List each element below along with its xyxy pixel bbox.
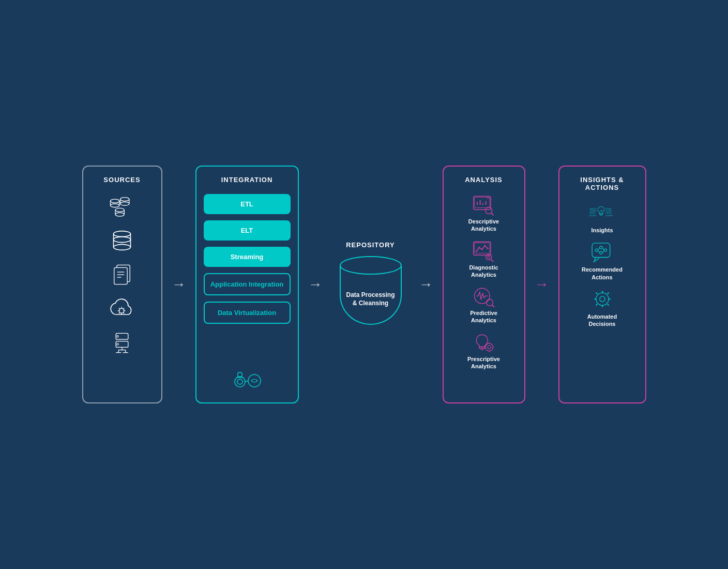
integration-panel: INTEGRATION ETL ELT Streaming Applicatio…	[195, 166, 299, 403]
svg-point-70	[485, 343, 493, 351]
svg-point-52	[485, 207, 492, 214]
repository-cylinder: Data Processing & Cleansing	[340, 256, 402, 328]
svg-line-103	[607, 304, 608, 305]
descriptive-analytics-label: DescriptiveAnalytics	[468, 218, 499, 233]
svg-line-30	[123, 308, 124, 309]
arrow-integration-repository: →	[308, 277, 323, 292]
integration-items: ETL ELT Streaming Application Integratio…	[204, 194, 291, 324]
svg-text:11101: 11101	[605, 210, 611, 212]
diagnostic-analytics-item: DiagnosticAnalytics	[451, 240, 517, 279]
arrow-analysis-insights: →	[535, 277, 549, 292]
svg-point-15	[114, 237, 131, 243]
svg-point-3	[110, 204, 119, 207]
svg-line-104	[596, 304, 597, 305]
svg-rect-18	[114, 267, 127, 284]
svg-point-12	[114, 231, 131, 237]
elt-button[interactable]: ELT	[204, 220, 291, 241]
svg-text:101011: 101011	[589, 208, 597, 210]
sources-icons	[90, 192, 154, 356]
svg-rect-32	[116, 341, 128, 348]
streaming-button[interactable]: Streaming	[204, 247, 291, 267]
integration-title: INTEGRATION	[221, 176, 273, 184]
insights-panel: INSIGHTS & ACTIONS 101011 110101 10110 0…	[558, 166, 646, 403]
svg-line-105	[607, 293, 608, 294]
app-integration-button[interactable]: Application Integration	[204, 273, 291, 295]
svg-line-29	[119, 312, 120, 313]
svg-point-90	[604, 249, 606, 251]
svg-point-58	[481, 248, 482, 250]
svg-line-53	[491, 213, 493, 216]
svg-point-22	[119, 308, 124, 313]
sources-title: SOURCES	[103, 176, 140, 184]
svg-rect-87	[592, 243, 610, 258]
svg-line-45	[245, 381, 248, 382]
prescriptive-analytics-item: PrescriptiveAnalytics	[451, 332, 517, 370]
svg-point-57	[478, 247, 480, 248]
insights-label: Insights	[591, 227, 613, 234]
svg-line-63	[491, 259, 493, 261]
diagram-container: SOURCES	[82, 166, 646, 403]
svg-line-93	[602, 248, 604, 250]
svg-line-28	[123, 312, 124, 313]
svg-rect-47	[474, 197, 490, 207]
svg-point-71	[487, 346, 490, 349]
diagnostic-analytics-label: DiagnosticAnalytics	[469, 264, 498, 279]
svg-point-16	[114, 244, 131, 250]
repository-title: REPOSITORY	[346, 241, 395, 249]
svg-point-41	[235, 377, 245, 387]
svg-line-102	[596, 293, 597, 294]
server-icon	[109, 332, 135, 356]
svg-point-62	[487, 256, 490, 258]
svg-line-95	[602, 250, 604, 253]
prescriptive-analytics-label: PrescriptiveAnalytics	[467, 355, 500, 370]
analysis-title: ANALYSIS	[465, 176, 503, 184]
svg-text:110101: 110101	[589, 210, 597, 212]
svg-rect-31	[116, 333, 128, 339]
recommended-actions-label: RecommendedActions	[582, 266, 623, 281]
svg-point-56	[475, 250, 477, 252]
svg-line-94	[598, 250, 599, 253]
svg-line-66	[492, 305, 494, 307]
svg-point-34	[117, 343, 118, 345]
svg-point-96	[596, 293, 608, 305]
svg-text:011101: 011101	[589, 215, 597, 217]
descriptive-analytics-item: DescriptiveAnalytics	[451, 194, 517, 233]
svg-point-59	[484, 245, 486, 246]
svg-text:10110: 10110	[589, 212, 596, 214]
svg-point-42	[237, 379, 242, 384]
insights-items: 101011 110101 10110 011101 10101 11101 1…	[567, 202, 638, 327]
predictive-analytics-item: PredictiveAnalytics	[451, 286, 517, 324]
repository-block: REPOSITORY Data Processing & Cleansing	[332, 241, 410, 328]
insights-title: INSIGHTS & ACTIONS	[567, 176, 638, 191]
etl-button[interactable]: ETL	[204, 194, 291, 214]
data-virtualization-button[interactable]: Data Virtualization	[204, 302, 291, 324]
sources-panel: SOURCES	[82, 166, 162, 403]
predictive-analytics-label: PredictiveAnalytics	[470, 309, 497, 324]
automated-decisions-label: AutomatedDecisions	[587, 313, 617, 328]
cylinder-text: Data Processing & Cleansing	[345, 290, 397, 308]
svg-point-97	[599, 296, 604, 302]
svg-text:10101: 10101	[605, 208, 611, 210]
svg-line-27	[119, 308, 120, 309]
svg-point-44	[248, 375, 261, 387]
svg-point-65	[486, 300, 493, 306]
integration-bottom-icon	[231, 362, 264, 393]
svg-point-89	[599, 246, 602, 249]
svg-point-8	[115, 208, 124, 212]
documents-icon	[109, 263, 135, 288]
analysis-panel: ANALYSIS DescriptiveAnalytics	[443, 166, 525, 403]
recommended-actions-item: RecommendedActions	[567, 241, 638, 281]
insights-item: 101011 110101 10110 011101 10101 11101 1…	[567, 202, 638, 234]
single-database-icon	[109, 229, 135, 254]
databases-icon	[109, 195, 135, 220]
svg-point-0	[110, 199, 119, 203]
svg-point-7	[120, 202, 129, 205]
svg-line-92	[598, 248, 599, 250]
svg-point-4	[120, 198, 129, 201]
automated-decisions-item: AutomatedDecisions	[567, 288, 638, 328]
svg-point-91	[599, 252, 602, 254]
svg-point-60	[487, 248, 489, 249]
svg-point-88	[595, 249, 598, 251]
svg-text:111010: 111010	[605, 215, 613, 217]
svg-point-33	[117, 336, 118, 337]
